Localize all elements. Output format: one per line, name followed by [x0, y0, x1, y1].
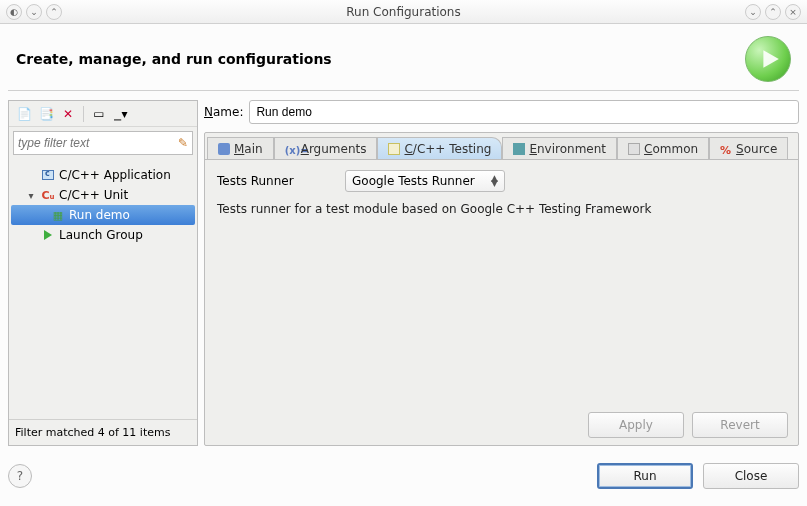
tab-main[interactable]: Main [207, 137, 274, 159]
titlebar-close[interactable]: × [785, 4, 801, 20]
tree-item-label: C/C++ Application [59, 168, 171, 182]
tab-frame: Main(x)=ArgumentsC/C++ TestingEnvironmen… [204, 132, 799, 446]
tab-label: Environment [529, 142, 606, 156]
tree-item-label: Launch Group [59, 228, 143, 242]
tests-runner-description: Tests runner for a test module based on … [217, 202, 786, 216]
filter-status: Filter matched 4 of 11 items [9, 419, 197, 445]
environment-tab-icon [513, 143, 525, 155]
tab-arguments[interactable]: (x)=Arguments [274, 137, 378, 159]
tests-runner-label: Tests Runner [217, 174, 327, 188]
svg-marker-0 [763, 50, 778, 68]
titlebar-shade-up[interactable]: ⌃ [46, 4, 62, 20]
main-split: 📄 📑 ✕ ▭ ⎯▾ ✎ C/C++ Application▾CᵤC/C++ U… [8, 100, 799, 446]
source-tab-icon: % [720, 143, 732, 155]
duplicate-config-button[interactable]: 📑 [37, 105, 55, 123]
header-separator [8, 90, 799, 91]
close-button[interactable]: Close [703, 463, 799, 489]
config-tree-panel: 📄 📑 ✕ ▭ ⎯▾ ✎ C/C++ Application▾CᵤC/C++ U… [8, 100, 198, 446]
titlebar-app-icon: ◐ [6, 4, 22, 20]
titlebar: ◐ ⌄ ⌃ Run Configurations ⌄ ⌃ × [0, 0, 807, 24]
main-tab-icon [218, 143, 230, 155]
tree-item-cpp-app[interactable]: C/C++ Application [11, 165, 195, 185]
run-button[interactable]: Run [597, 463, 693, 489]
titlebar-minimize[interactable]: ⌄ [745, 4, 761, 20]
revert-button[interactable]: Revert [692, 412, 788, 438]
cpp-unit-icon: Cᵤ [41, 188, 55, 202]
config-detail-panel: Name: Main(x)=ArgumentsC/C++ TestingEnvi… [204, 100, 799, 446]
tab-content-testing: Tests Runner Google Tests Runner ▲▼ Test… [205, 159, 798, 405]
tree-item-cpp-unit[interactable]: ▾CᵤC/C++ Unit [11, 185, 195, 205]
cpp-app-icon [41, 168, 55, 182]
delete-config-button[interactable]: ✕ [59, 105, 77, 123]
name-label: Name: [204, 105, 243, 119]
tab-label: Main [234, 142, 263, 156]
filter-input[interactable] [18, 136, 178, 150]
titlebar-shade-down[interactable]: ⌄ [26, 4, 42, 20]
new-config-button[interactable]: 📄 [15, 105, 33, 123]
dialog-title: Create, manage, and run configurations [16, 51, 332, 67]
testing-tab-icon [388, 143, 400, 155]
select-spinner-icon: ▲▼ [491, 176, 498, 186]
tabstrip: Main(x)=ArgumentsC/C++ TestingEnvironmen… [205, 133, 798, 159]
tab-label: C/C++ Testing [404, 142, 491, 156]
filter-input-wrapper[interactable]: ✎ [13, 131, 193, 155]
toolbar-separator [83, 106, 84, 122]
help-button[interactable]: ? [8, 464, 32, 488]
tests-runner-row: Tests Runner Google Tests Runner ▲▼ [217, 170, 786, 192]
dialog-footer: ? Run Close [8, 456, 799, 496]
clear-filter-icon[interactable]: ✎ [178, 136, 188, 150]
collapse-all-button[interactable]: ▭ [90, 105, 108, 123]
config-name-input[interactable] [249, 100, 799, 124]
tests-runner-select[interactable]: Google Tests Runner ▲▼ [345, 170, 505, 192]
tree-item-label: Run demo [69, 208, 130, 222]
tab-testing[interactable]: C/C++ Testing [377, 137, 502, 159]
tree-item-run-demo[interactable]: ▦Run demo [11, 205, 195, 225]
tests-runner-value: Google Tests Runner [352, 174, 475, 188]
common-tab-icon [628, 143, 640, 155]
config-tree: C/C++ Application▾CᵤC/C++ Unit▦Run demoL… [9, 159, 197, 419]
run-decor-icon [745, 36, 791, 82]
tab-label: Arguments [301, 142, 367, 156]
name-row: Name: [204, 100, 799, 124]
tab-label: Source [736, 142, 777, 156]
apply-button[interactable]: Apply [588, 412, 684, 438]
expand-arrow-icon[interactable]: ▾ [25, 190, 37, 201]
arguments-tab-icon: (x)= [285, 143, 297, 155]
titlebar-maximize[interactable]: ⌃ [765, 4, 781, 20]
dialog-header: Create, manage, and run configurations [0, 24, 807, 90]
launch-group-icon [41, 228, 55, 242]
tab-label: Common [644, 142, 698, 156]
config-toolbar: 📄 📑 ✕ ▭ ⎯▾ [9, 101, 197, 127]
run-config-icon: ▦ [51, 208, 65, 222]
tree-item-launch-group[interactable]: Launch Group [11, 225, 195, 245]
tab-env[interactable]: Environment [502, 137, 617, 159]
tab-common[interactable]: Common [617, 137, 709, 159]
filter-menu-button[interactable]: ⎯▾ [112, 105, 130, 123]
tab-footer: Apply Revert [205, 405, 798, 445]
tab-source[interactable]: %Source [709, 137, 788, 159]
tree-item-label: C/C++ Unit [59, 188, 128, 202]
window-title: Run Configurations [62, 5, 745, 19]
